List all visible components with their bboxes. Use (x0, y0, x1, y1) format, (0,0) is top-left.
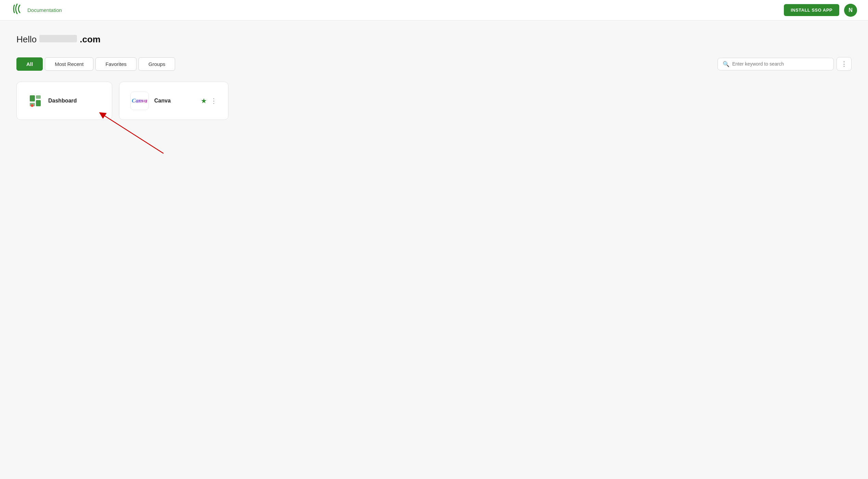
dashboard-card-icon (28, 93, 43, 108)
tab-group: All Most Recent Favorites Groups (16, 57, 175, 71)
header: Documentation INSTALL SSO APP N (0, 0, 868, 20)
greeting-name-blur (39, 35, 77, 42)
main-content: Hello .com All Most Recent Favorites Gro… (0, 20, 868, 134)
svg-point-4 (31, 104, 34, 107)
canva-favorite-star[interactable]: ★ (201, 97, 207, 105)
tab-favorites[interactable]: Favorites (95, 57, 136, 71)
more-options-button[interactable]: ⋮ (837, 57, 852, 71)
svg-rect-2 (36, 95, 41, 99)
greeting-section: Hello .com (16, 34, 852, 45)
install-sso-button[interactable]: INSTALL SSO APP (784, 4, 839, 16)
tab-all[interactable]: All (16, 57, 43, 71)
dashboard-card-label: Dashboard (48, 98, 77, 104)
search-input[interactable] (732, 61, 829, 67)
svg-line-5 (102, 114, 163, 153)
tab-most-recent[interactable]: Most Recent (45, 57, 93, 71)
cards-grid: Dashboard Canva Canva ★ ⋮ (16, 82, 852, 120)
canva-card-label: Canva (154, 98, 171, 104)
search-bar: 🔍 (718, 58, 834, 70)
canva-card-actions: ★ ⋮ (201, 97, 217, 105)
documentation-link[interactable]: Documentation (27, 7, 62, 13)
logo-area: Documentation (11, 2, 62, 18)
canva-logo: Canva (130, 92, 149, 110)
tab-groups[interactable]: Groups (139, 57, 175, 71)
search-icon: 🔍 (723, 61, 729, 67)
logo-icon (11, 2, 24, 18)
svg-rect-0 (30, 95, 35, 101)
dashboard-card[interactable]: Dashboard (16, 82, 112, 120)
canva-kebab-menu[interactable]: ⋮ (210, 97, 217, 104)
greeting-hello: Hello (16, 34, 37, 45)
svg-rect-3 (36, 100, 41, 106)
tab-bar: All Most Recent Favorites Groups 🔍 ⋮ (16, 57, 852, 71)
greeting-domain: .com (80, 34, 101, 45)
canva-logo-text: Canva (132, 97, 147, 104)
user-avatar[interactable]: N (844, 4, 857, 17)
cards-section: Dashboard Canva Canva ★ ⋮ (16, 82, 852, 120)
canva-card[interactable]: Canva Canva ★ ⋮ (119, 82, 228, 120)
